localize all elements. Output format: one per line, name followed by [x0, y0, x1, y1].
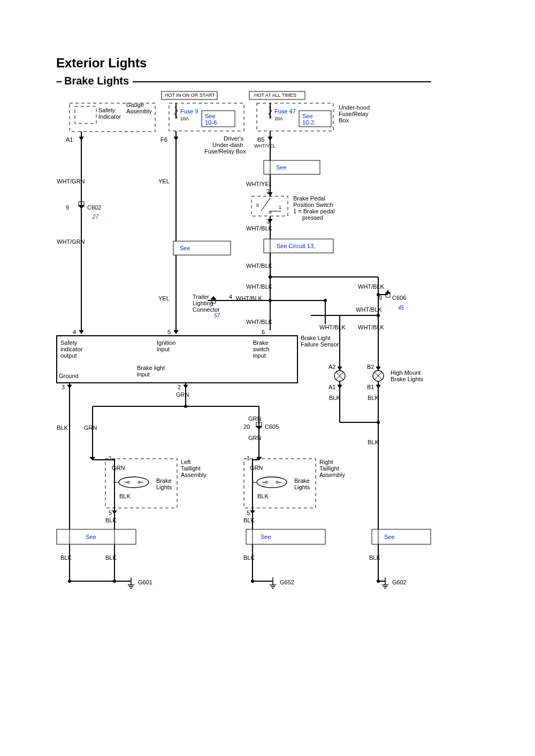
- fuse9-see: See: [205, 113, 216, 120]
- ref-27: 27: [93, 214, 98, 220]
- wire-whtblk-3: WHT/BLK: [246, 283, 272, 290]
- gnd-g602: G602: [392, 579, 407, 586]
- sw1: 1: [279, 205, 281, 210]
- sensor-name-1: Brake Light: [301, 335, 331, 342]
- svg-point-26: [269, 211, 271, 213]
- pin-a1: A1: [66, 136, 73, 143]
- safety-indicator-label-1: Safety: [98, 107, 115, 114]
- blk-g3: BLK: [369, 554, 380, 561]
- under-hood-3: Box: [339, 117, 349, 124]
- svg-marker-52: [376, 367, 380, 370]
- pin-3b: 3: [62, 384, 65, 391]
- trailer-3: Connector: [193, 306, 220, 313]
- rtail-2: Taillight: [319, 465, 339, 472]
- under-hood-2: Fuse/Relay: [339, 111, 369, 118]
- sig-bsw-2: switch: [253, 346, 270, 353]
- wire-grn-3: GRN: [248, 415, 261, 422]
- svg-point-92: [265, 481, 268, 483]
- pin-4: 4: [73, 329, 76, 336]
- svg-marker-51: [338, 367, 342, 370]
- wire-grn-4: GRN: [248, 435, 261, 442]
- wire-whtblk-tr: WHT/BLK: [236, 295, 262, 302]
- svg-marker-46: [184, 385, 188, 388]
- wire-grn-2: GRN: [176, 391, 189, 398]
- trailer-2: Lighting: [193, 300, 213, 307]
- bps-2: Position Switch: [293, 202, 333, 209]
- svg-rect-19: [264, 160, 320, 174]
- wire-whtblk-5: WHT/BLK: [356, 306, 382, 313]
- svg-point-77: [119, 477, 149, 488]
- drivers-box-1: Driver's: [224, 135, 243, 142]
- wire-whtblk-6: WHT/BLK: [246, 319, 272, 326]
- hot-all-times-label: HOT AT ALL TIMES: [254, 92, 296, 98]
- svg-rect-104: [372, 529, 431, 544]
- svg-point-80: [138, 481, 140, 483]
- safety-indicator-label-2: Indicator: [98, 113, 121, 120]
- svg-marker-12: [79, 330, 83, 334]
- wiring-svg: [0, 0, 535, 756]
- rtail-1: Right: [319, 459, 333, 466]
- svg-marker-15: [174, 330, 178, 334]
- pin-a1b: A1: [328, 384, 335, 391]
- svg-marker-11: [79, 137, 83, 140]
- sig-bsw-3: input: [253, 352, 266, 359]
- sig-gnd: Ground: [59, 373, 79, 380]
- wire-blk-rin: BLK: [257, 493, 269, 500]
- pin-1-l: 1: [109, 455, 112, 462]
- wire-whtyel-1: WHT/YEL: [254, 143, 276, 149]
- pin-9-c602: 9: [66, 204, 69, 211]
- svg-point-79: [127, 481, 129, 483]
- blights-l2: Lights: [156, 484, 172, 491]
- pin-5-l: 5: [109, 510, 112, 516]
- svg-point-93: [276, 481, 278, 483]
- wire-blk-hm3: BLK: [368, 439, 379, 446]
- sig-bsw-1: Brake: [253, 340, 269, 346]
- blk-g2: BLK: [243, 554, 255, 561]
- conn-c605: C605: [265, 423, 279, 430]
- pin-9-c606: 9: [379, 295, 382, 302]
- pin-b2: B2: [367, 364, 374, 371]
- svg-marker-36: [386, 290, 390, 294]
- wire-whtblk-8: WHT/BLK: [358, 324, 384, 331]
- fuse47-see: See: [302, 113, 313, 120]
- wire-grn-l: GRN: [112, 465, 125, 472]
- wire-whtgrn-1: WHT/GRN: [57, 178, 85, 185]
- blights-r2: Lights: [294, 484, 310, 491]
- svg-rect-1: [75, 106, 96, 124]
- svg-point-108: [113, 580, 116, 583]
- sw0: 0: [256, 203, 259, 208]
- gauge-label-1: Gauge: [126, 102, 144, 109]
- svg-rect-99: [57, 529, 136, 544]
- fuse9-rating: 10A: [180, 116, 189, 121]
- ltail-2: Taillight: [181, 465, 201, 472]
- wire-whtgrn-2: WHT/GRN: [57, 238, 85, 245]
- bps-3: 1 = Brake pedal: [293, 208, 334, 215]
- high-mount-2: Brake Lights: [391, 376, 423, 383]
- gnd-g652: G652: [280, 579, 294, 586]
- see-bottom-3: See: [384, 534, 395, 541]
- rtail-3: Assembly: [319, 472, 345, 479]
- drivers-box-2: Under-dash: [212, 142, 243, 149]
- blights-r1: Brake: [294, 477, 310, 484]
- ltail-1: Left: [181, 459, 190, 466]
- fuse47-ref: 10-2.: [302, 119, 316, 126]
- pin-6: 6: [262, 329, 265, 336]
- sig-safety-2: indicator: [60, 346, 83, 353]
- bps-1: Brake Pedal: [293, 195, 325, 202]
- see-bottom-1: See: [86, 534, 96, 541]
- pin-1-r: 1: [247, 455, 250, 462]
- svg-marker-18: [268, 137, 272, 140]
- wire-blk-left: BLK: [57, 425, 68, 431]
- wire-yel-2: YEL: [158, 295, 170, 302]
- svg-marker-60: [338, 385, 342, 388]
- wire-blk-rout: BLK: [243, 517, 255, 524]
- pin-b1: B1: [367, 384, 374, 391]
- wire-blk-hm1: BLK: [329, 395, 340, 402]
- see-yel: See: [180, 245, 190, 252]
- wire-blk-lout: BLK: [105, 517, 117, 524]
- pin-b5: B5: [257, 136, 264, 143]
- blk-g1a: BLK: [60, 554, 72, 561]
- sig-safety-3: output: [60, 352, 77, 359]
- pin-2b: 2: [178, 384, 181, 391]
- pin-3: 3: [266, 218, 270, 225]
